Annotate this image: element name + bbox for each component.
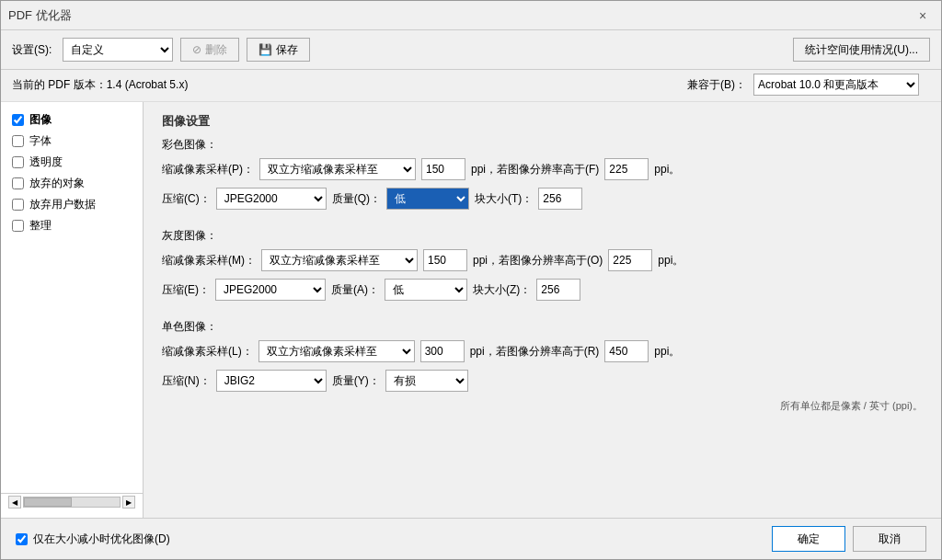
transparency-checkbox[interactable] [12, 156, 24, 168]
sidebar: 图像 字体 透明度 放弃的对象 放弃用户数据 整理 [1, 102, 144, 518]
compat-label: 兼容于(B)： [687, 77, 746, 93]
color-downsample-label: 缩减像素采样(P)： [162, 162, 254, 177]
color-images-title: 彩色图像： [162, 137, 923, 153]
mono-downsample-row: 缩减像素采样(L)： 双立方缩减像素采样至 300 ppi，若图像分辨率高于(R… [162, 340, 923, 362]
gray-ppi1-input[interactable]: 150 [423, 249, 467, 271]
color-quality-label: 质量(Q)： [332, 191, 381, 207]
gray-tile-label: 块大小(Z)： [473, 282, 531, 298]
sidebar-label-transparency: 透明度 [29, 154, 63, 170]
color-ppi-sep: ppi，若图像分辨率高于(F) [471, 162, 599, 177]
gray-compress-select[interactable]: JPEG2000 [215, 279, 326, 301]
mono-downsample-select[interactable]: 双立方缩减像素采样至 [258, 340, 415, 362]
mono-quality-select[interactable]: 有损 [385, 370, 468, 392]
bottom-bar: 仅在大小减小时优化图像(D) 确定 取消 [1, 518, 941, 559]
compat-select[interactable]: Acrobat 10.0 和更高版本 [753, 74, 919, 96]
mono-images-section: 单色图像： 缩减像素采样(L)： 双立方缩减像素采样至 300 ppi，若图像分… [162, 319, 923, 413]
gray-downsample-select[interactable]: 双立方缩减像素采样至 [261, 249, 418, 271]
gray-compress-row: 压缩(E)： JPEG2000 质量(A)： 低 块大小(Z)： 256 [162, 279, 923, 301]
sidebar-label-discard-objects: 放弃的对象 [29, 176, 85, 191]
sidebar-item-cleanup[interactable]: 整理 [1, 215, 143, 236]
color-ppi1-input[interactable]: 150 [421, 158, 465, 180]
color-tile-label: 块大小(T)： [475, 191, 533, 207]
color-compress-label: 压缩(C)： [162, 191, 211, 207]
color-downsample-select[interactable]: 双立方缩减像素采样至 [259, 158, 416, 180]
cleanup-checkbox[interactable] [12, 220, 24, 232]
images-section-title: 图像设置 [162, 113, 923, 130]
compat-area: 兼容于(B)： Acrobat 10.0 和更高版本 [687, 74, 930, 96]
fonts-checkbox[interactable] [12, 135, 24, 147]
gray-ppi-sep: ppi，若图像分辨率高于(O) [473, 253, 603, 269]
gray-quality-label: 质量(A)： [331, 282, 379, 298]
gray-downsample-label: 缩减像素采样(M)： [162, 253, 256, 269]
scroll-track[interactable] [23, 497, 121, 508]
optimize-label: 仅在大小减小时优化图像(D) [33, 531, 170, 547]
mono-images-title: 单色图像： [162, 319, 923, 335]
gray-tile-input[interactable]: 256 [536, 279, 580, 301]
sidebar-label-discard-userdata: 放弃用户数据 [29, 197, 96, 212]
pdf-version-label: 当前的 PDF 版本：1.4 (Acrobat 5.x) [12, 77, 188, 93]
mono-compress-select[interactable]: JBIG2 [216, 370, 327, 392]
confirm-button[interactable]: 确定 [772, 526, 845, 552]
optimize-checkbox[interactable] [16, 533, 28, 545]
color-compress-select[interactable]: JPEG2000 [216, 188, 327, 210]
window-title: PDF 优化器 [8, 7, 72, 24]
scroll-left-arrow[interactable]: ◀ [8, 496, 21, 509]
images-checkbox[interactable] [12, 114, 24, 126]
sidebar-scrollbar-area: ◀ ▶ [1, 493, 143, 510]
optimize-checkbox-row: 仅在大小减小时优化图像(D) [16, 531, 170, 547]
stats-button[interactable]: 统计空间使用情况(U)... [793, 38, 930, 62]
content-area: 图像 字体 透明度 放弃的对象 放弃用户数据 整理 [1, 102, 941, 518]
sidebar-item-fonts[interactable]: 字体 [1, 131, 143, 152]
cancel-button[interactable]: 取消 [853, 526, 926, 552]
sidebar-label-cleanup: 整理 [29, 218, 52, 234]
mono-ppi2-input[interactable]: 450 [604, 340, 649, 362]
sidebar-item-discard-userdata[interactable]: 放弃用户数据 [1, 194, 143, 215]
discard-userdata-checkbox[interactable] [12, 199, 24, 211]
sidebar-item-discard-objects[interactable]: 放弃的对象 [1, 173, 143, 194]
settings-label: 设置(S): [12, 42, 52, 58]
mono-downsample-label: 缩减像素采样(L)： [162, 344, 253, 360]
settings-select[interactable]: 自定义 [63, 38, 173, 62]
units-note: 所有单位都是像素 / 英寸 (ppi)。 [162, 399, 923, 413]
sidebar-label-fonts: 字体 [29, 133, 52, 149]
mono-ppi-unit: ppi。 [654, 344, 680, 360]
title-bar: PDF 优化器 × [1, 1, 941, 30]
color-ppi2-input[interactable]: 225 [604, 158, 649, 180]
bottom-buttons: 确定 取消 [772, 526, 926, 552]
color-compress-row: 压缩(C)： JPEG2000 质量(Q)： 低 块大小(T)： 256 [162, 188, 923, 210]
gray-ppi2-input[interactable]: 225 [608, 249, 652, 271]
sidebar-scrollbar[interactable]: ◀ ▶ [5, 496, 139, 509]
close-button[interactable]: × [912, 5, 934, 27]
dialog-window: PDF 优化器 × 设置(S): 自定义 ⊘ 删除 💾 保存 统计空间使用情况(… [0, 0, 942, 560]
mono-compress-label: 压缩(N)： [162, 373, 211, 389]
color-ppi-unit: ppi。 [654, 162, 680, 177]
scroll-thumb [24, 497, 72, 507]
gray-quality-select[interactable]: 低 [385, 279, 467, 301]
sidebar-item-transparency[interactable]: 透明度 [1, 152, 143, 173]
mono-ppi-sep: ppi，若图像分辨率高于(R) [470, 344, 600, 360]
pdf-info-bar: 当前的 PDF 版本：1.4 (Acrobat 5.x) 兼容于(B)： Acr… [1, 70, 941, 102]
gray-ppi-unit: ppi。 [658, 253, 684, 269]
color-downsample-row: 缩减像素采样(P)： 双立方缩减像素采样至 150 ppi，若图像分辨率高于(F… [162, 158, 923, 180]
color-images-section: 彩色图像： 缩减像素采样(P)： 双立方缩减像素采样至 150 ppi，若图像分… [162, 137, 923, 210]
gray-images-section: 灰度图像： 缩减像素采样(M)： 双立方缩减像素采样至 150 ppi，若图像分… [162, 228, 923, 301]
main-panel: 图像设置 彩色图像： 缩减像素采样(P)： 双立方缩减像素采样至 150 ppi… [144, 102, 941, 518]
toolbar: 设置(S): 自定义 ⊘ 删除 💾 保存 统计空间使用情况(U)... [1, 30, 941, 70]
save-icon: 💾 [258, 43, 272, 56]
scroll-right-arrow[interactable]: ▶ [122, 496, 135, 509]
delete-icon: ⊘ [192, 43, 201, 56]
save-button[interactable]: 💾 保存 [247, 38, 310, 62]
sidebar-label-images: 图像 [29, 112, 52, 128]
mono-quality-label: 质量(Y)： [332, 373, 380, 389]
mono-ppi1-input[interactable]: 300 [420, 340, 465, 362]
discard-objects-checkbox[interactable] [12, 177, 24, 189]
gray-compress-label: 压缩(E)： [162, 282, 210, 298]
color-tile-input[interactable]: 256 [538, 188, 582, 210]
mono-compress-row: 压缩(N)： JBIG2 质量(Y)： 有损 [162, 370, 923, 392]
gray-downsample-row: 缩减像素采样(M)： 双立方缩减像素采样至 150 ppi，若图像分辨率高于(O… [162, 249, 923, 271]
color-quality-select[interactable]: 低 [386, 188, 469, 210]
sidebar-item-images[interactable]: 图像 [1, 109, 143, 131]
gray-images-title: 灰度图像： [162, 228, 923, 244]
delete-button[interactable]: ⊘ 删除 [180, 38, 239, 62]
